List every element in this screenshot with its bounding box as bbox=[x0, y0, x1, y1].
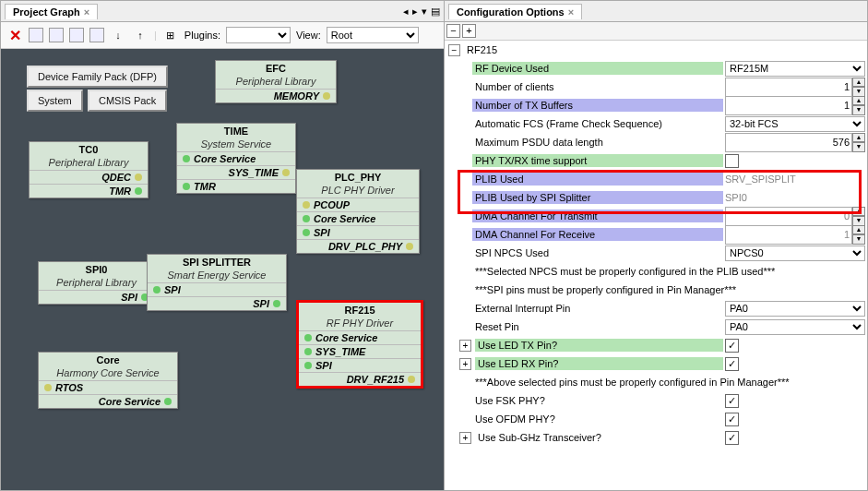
led-rx-checkbox[interactable]: ✓ bbox=[725, 357, 739, 371]
use-fsk-checkbox[interactable]: ✓ bbox=[725, 394, 739, 408]
ext-int-select[interactable]: PA0 bbox=[725, 301, 865, 317]
node-subtitle: Peripheral Library bbox=[216, 76, 336, 89]
config-tree: −RF215 RF Device UsedRF215M Number of cl… bbox=[445, 41, 867, 490]
node-spi0[interactable]: SPI0 Peripheral Library SPI bbox=[38, 261, 155, 305]
row-led-rx[interactable]: Use LED RX Pin? bbox=[475, 357, 723, 370]
spin-up-icon[interactable]: ▲ bbox=[852, 133, 865, 143]
collapse-all-icon[interactable]: − bbox=[446, 24, 460, 38]
graph-toolbar: ✕ ↓ ↑ | ⊞ Plugins: View: Root bbox=[1, 22, 444, 49]
node-efc[interactable]: EFC Peripheral Library MEMORY bbox=[215, 60, 337, 103]
close-icon[interactable]: × bbox=[84, 6, 89, 18]
arrow-up-icon[interactable]: ↑ bbox=[132, 27, 149, 43]
arrow-down-icon[interactable]: ↓ bbox=[110, 27, 126, 43]
row-plib-spi[interactable]: PLIB Used by SPI Splitter bbox=[472, 191, 723, 204]
spin-up-icon[interactable]: ▲ bbox=[852, 207, 865, 217]
spin-down-icon[interactable]: ▼ bbox=[852, 142, 865, 152]
btn-system[interactable]: System bbox=[27, 90, 83, 112]
view-label: View: bbox=[296, 30, 321, 41]
tab-label: Project Graph bbox=[13, 6, 80, 18]
dma-rx-input bbox=[725, 225, 852, 245]
auto-fcs-select[interactable]: 32-bit FCS bbox=[725, 116, 865, 132]
panel-menu-icon[interactable]: ▤ bbox=[431, 6, 440, 18]
tool-btn-1[interactable] bbox=[29, 28, 43, 42]
row-rf-device[interactable]: RF Device Used bbox=[472, 62, 723, 75]
spin-up-icon[interactable]: ▲ bbox=[852, 225, 865, 235]
row-use-subghz[interactable]: Use Sub-GHz Transceiver? bbox=[475, 431, 723, 444]
spin-up-icon[interactable]: ▲ bbox=[852, 78, 865, 88]
config-tabbar: Configuration Options × bbox=[445, 1, 867, 22]
toggle-icon[interactable]: − bbox=[448, 44, 460, 56]
spi-npcs-select[interactable]: NPCS0 bbox=[725, 246, 865, 261]
tool-btn-2[interactable] bbox=[49, 28, 64, 42]
phy-txrx-checkbox[interactable] bbox=[725, 154, 739, 168]
plib-used-value: SRV_SPISPLIT bbox=[725, 174, 796, 185]
tool-btn-4[interactable] bbox=[89, 28, 104, 42]
note-pins: ***Above selected pins must be properly … bbox=[472, 376, 867, 389]
nav-right-icon[interactable]: ▸ bbox=[412, 6, 418, 18]
row-plib-used[interactable]: PLIB Used bbox=[472, 173, 723, 186]
toggle-icon[interactable]: + bbox=[459, 432, 471, 444]
nav-left-icon[interactable]: ◂ bbox=[403, 6, 409, 18]
btn-cmsis[interactable]: CMSIS Pack bbox=[88, 90, 167, 112]
dma-tx-input bbox=[725, 207, 852, 226]
node-plc-phy[interactable]: PLC_PHY PLC PHY Driver PCOUP Core Servic… bbox=[296, 169, 420, 254]
plib-spi-value: SPI0 bbox=[725, 192, 747, 203]
menu-down-icon[interactable]: ▾ bbox=[422, 6, 427, 18]
tool-btn-3[interactable] bbox=[69, 28, 84, 42]
tab-label: Configuration Options bbox=[457, 6, 565, 18]
row-led-tx[interactable]: Use LED TX Pin? bbox=[475, 339, 723, 352]
row-max-psdu[interactable]: Maximum PSDU data length bbox=[472, 136, 723, 149]
spin-up-icon[interactable]: ▲ bbox=[852, 96, 865, 106]
row-use-ofdm[interactable]: Use OFDM PHY? bbox=[472, 413, 723, 425]
plugins-select[interactable] bbox=[226, 27, 291, 43]
spin-down-icon[interactable]: ▼ bbox=[852, 234, 865, 245]
toggle-icon[interactable]: + bbox=[459, 358, 471, 370]
row-spi-npcs[interactable]: SPI NPCS Used bbox=[472, 246, 723, 259]
note-spi-pins: ***SPI pins must be properly configured … bbox=[472, 283, 867, 296]
use-ofdm-checkbox[interactable]: ✓ bbox=[725, 413, 739, 426]
row-dma-rx[interactable]: DMA Channel For Receive bbox=[472, 228, 723, 241]
spin-down-icon[interactable]: ▼ bbox=[852, 105, 865, 115]
tree-root[interactable]: RF215 bbox=[464, 43, 867, 56]
tab-config-options[interactable]: Configuration Options × bbox=[448, 4, 582, 19]
node-core[interactable]: Core Harmony Core Service RTOS Core Serv… bbox=[38, 352, 178, 409]
row-auto-fcs[interactable]: Automatic FCS (Frame Check Sequence) bbox=[472, 117, 723, 130]
close-icon[interactable]: × bbox=[568, 6, 574, 18]
toggle-icon[interactable]: + bbox=[459, 340, 471, 352]
row-dma-tx[interactable]: DMA Channel For Transmit bbox=[472, 210, 723, 222]
tree-toolbar: − + bbox=[445, 22, 867, 41]
expand-all-icon[interactable]: + bbox=[462, 24, 476, 38]
row-ext-int[interactable]: External Interrupt Pin bbox=[472, 302, 723, 315]
node-spi-splitter[interactable]: SPI SPLITTER Smart Energy Service SPI SP… bbox=[147, 254, 287, 311]
row-use-fsk[interactable]: Use FSK PHY? bbox=[472, 394, 723, 407]
rf-device-select[interactable]: RF215M bbox=[725, 61, 865, 77]
note-npcs: ***Selected NPCS must be properly config… bbox=[472, 265, 867, 278]
num-clients-input[interactable] bbox=[725, 78, 852, 97]
view-select[interactable]: Root bbox=[327, 27, 419, 43]
plugins-label: Plugins: bbox=[184, 30, 220, 41]
delete-icon[interactable]: ✕ bbox=[6, 27, 23, 43]
node-rf215[interactable]: RF215 RF PHY Driver Core Service SYS_TIM… bbox=[296, 300, 423, 389]
project-graph-tabbar: Project Graph × ◂ ▸ ▾ ▤ bbox=[1, 1, 444, 22]
tab-project-graph[interactable]: Project Graph × bbox=[5, 4, 98, 19]
num-tx-input[interactable] bbox=[725, 96, 852, 115]
plugin-icon[interactable]: ⊞ bbox=[162, 27, 179, 43]
node-title: EFC bbox=[216, 61, 336, 76]
row-num-tx[interactable]: Number of TX Buffers bbox=[472, 99, 723, 112]
led-tx-checkbox[interactable]: ✓ bbox=[725, 339, 739, 353]
node-tc0[interactable]: TC0 Peripheral Library QDEC TMR bbox=[29, 141, 149, 198]
node-time[interactable]: TIME System Service Core Service SYS_TIM… bbox=[176, 123, 296, 194]
project-graph-canvas[interactable]: Device Family Pack (DFP) System CMSIS Pa… bbox=[1, 49, 444, 490]
reset-pin-select[interactable]: PA0 bbox=[725, 319, 865, 335]
row-reset-pin[interactable]: Reset Pin bbox=[472, 320, 723, 333]
max-psdu-input[interactable] bbox=[725, 133, 852, 152]
btn-dfp[interactable]: Device Family Pack (DFP) bbox=[27, 66, 168, 88]
row-phy-txrx[interactable]: PHY TX/RX time support bbox=[472, 154, 723, 167]
row-num-clients[interactable]: Number of clients bbox=[472, 80, 723, 93]
use-subghz-checkbox[interactable]: ✓ bbox=[725, 431, 739, 445]
